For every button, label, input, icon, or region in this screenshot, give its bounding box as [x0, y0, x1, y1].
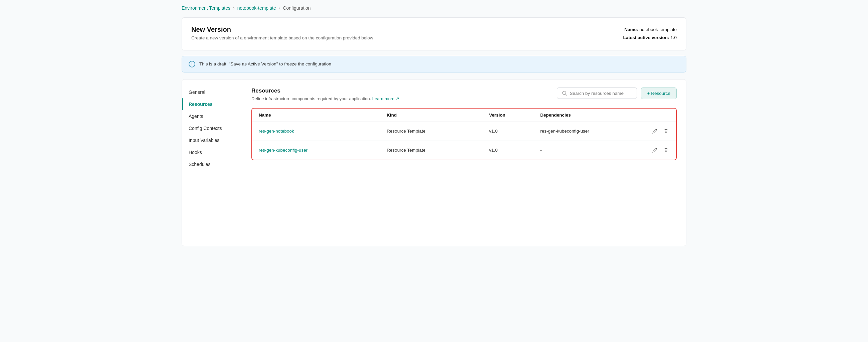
col-header-kind: Kind: [386, 113, 489, 118]
edit-button-2[interactable]: [651, 147, 658, 154]
draft-banner: i This is a draft. "Save as Active Versi…: [182, 56, 686, 72]
table-row: res-gen-notebook Resource Template v1.0 …: [252, 122, 676, 141]
search-input[interactable]: [570, 91, 632, 96]
resources-title: Resources: [251, 88, 399, 94]
edit-button-1[interactable]: [651, 128, 658, 134]
resource-dependencies-1: res-gen-kubeconfig-user: [540, 129, 643, 133]
resource-name-1[interactable]: res-gen-notebook: [259, 129, 386, 133]
edit-icon: [652, 129, 657, 134]
info-icon: i: [189, 61, 195, 67]
breadcrumb-sep-2: ›: [279, 5, 280, 11]
main-layout: General Resources Agents Config Contexts…: [182, 79, 686, 246]
resources-description: Define infrastructure components require…: [251, 96, 399, 101]
edit-icon: [652, 148, 657, 153]
resource-dependencies-2: -: [540, 148, 643, 153]
sidebar-item-agents[interactable]: Agents: [182, 110, 242, 122]
sidebar-item-general[interactable]: General: [182, 86, 242, 98]
content-area: Resources Define infrastructure componen…: [242, 80, 686, 246]
sidebar-item-config-contexts[interactable]: Config Contexts: [182, 122, 242, 134]
trash-icon: [663, 129, 669, 134]
page-description: Create a new version of a environment te…: [191, 35, 373, 40]
template-name-meta: Name: notebook-template: [623, 26, 677, 34]
content-header: Resources Define infrastructure componen…: [251, 88, 677, 101]
sidebar-item-schedules[interactable]: Schedules: [182, 158, 242, 170]
resource-actions-2: [643, 147, 669, 154]
sidebar-item-hooks[interactable]: Hooks: [182, 146, 242, 158]
col-header-dependencies: Dependencies: [540, 113, 643, 118]
template-version-meta: Latest active version: 1.0: [623, 34, 677, 42]
learn-more-link[interactable]: Learn more ↗: [372, 96, 399, 101]
header-card: New Version Create a new version of a en…: [182, 18, 686, 51]
resource-version-2: v1.0: [489, 148, 540, 153]
col-header-version: Version: [489, 113, 540, 118]
table-header-row: Name Kind Version Dependencies: [252, 108, 676, 122]
breadcrumb-notebook-template[interactable]: notebook-template: [237, 5, 276, 11]
col-header-name: Name: [259, 113, 386, 118]
delete-button-1[interactable]: [663, 128, 669, 134]
sidebar-item-input-variables[interactable]: Input Variables: [182, 134, 242, 146]
breadcrumb-env-templates[interactable]: Environment Templates: [182, 5, 230, 11]
breadcrumb-sep-1: ›: [233, 5, 235, 11]
resource-kind-1: Resource Template: [386, 129, 489, 133]
svg-line-1: [565, 94, 567, 95]
table-row: res-gen-kubeconfig-user Resource Templat…: [252, 141, 676, 160]
search-box[interactable]: [557, 88, 637, 99]
breadcrumb: Environment Templates › notebook-templat…: [182, 5, 686, 11]
resource-version-1: v1.0: [489, 129, 540, 133]
col-header-actions: [643, 113, 669, 118]
trash-icon: [663, 148, 669, 153]
sidebar: General Resources Agents Config Contexts…: [182, 80, 242, 246]
resource-name-2[interactable]: res-gen-kubeconfig-user: [259, 148, 386, 153]
draft-banner-text: This is a draft. "Save as Active Version…: [199, 61, 331, 66]
search-icon: [562, 91, 567, 96]
add-resource-button[interactable]: + Resource: [641, 88, 677, 99]
delete-button-2[interactable]: [663, 147, 669, 154]
breadcrumb-configuration: Configuration: [283, 5, 310, 11]
page-title: New Version: [191, 26, 373, 33]
resource-actions-1: [643, 128, 669, 134]
resources-table: Name Kind Version Dependencies res-gen-n…: [251, 108, 677, 160]
sidebar-item-resources[interactable]: Resources: [182, 98, 242, 110]
resource-kind-2: Resource Template: [386, 148, 489, 153]
